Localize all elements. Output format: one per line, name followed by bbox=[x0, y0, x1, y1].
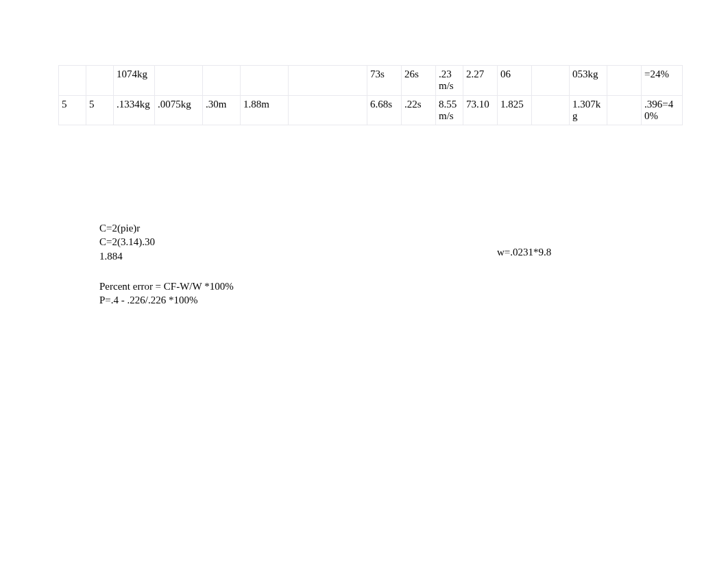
table-cell: 73s bbox=[367, 66, 402, 96]
calc-line: 1.884 bbox=[99, 249, 234, 263]
table-cell: 06 bbox=[498, 66, 532, 96]
calc-line: Percent error = CF-W/W *100% bbox=[99, 279, 234, 293]
table-cell: .0075kg bbox=[155, 95, 203, 125]
table-cell bbox=[59, 66, 86, 96]
calc-line: P=.4 - .226/.226 *100% bbox=[99, 293, 234, 307]
notes-block: C=2(pie)r C=2(3.14).30 1.884 Percent err… bbox=[99, 221, 234, 307]
calc-line: C=2(3.14).30 bbox=[99, 235, 234, 249]
table-cell bbox=[532, 66, 570, 96]
table-cell: 1.825 bbox=[498, 95, 532, 125]
table-row: 1074kg73s26s.23m/s2.2706053kg=24% bbox=[59, 66, 683, 96]
table-cell: .396=40% bbox=[642, 95, 683, 125]
table-cell: 5 bbox=[86, 95, 114, 125]
table-cell: 1074kg bbox=[114, 66, 155, 96]
table-cell: 1.307kg bbox=[570, 95, 607, 125]
calc-line: w=.0231*9.8 bbox=[497, 245, 551, 259]
table-cell bbox=[241, 66, 289, 96]
table-cell bbox=[607, 66, 642, 96]
table-cell: 26s bbox=[402, 66, 436, 96]
table-cell bbox=[86, 66, 114, 96]
table-cell: .30m bbox=[203, 95, 241, 125]
notes-right: w=.0231*9.8 bbox=[497, 235, 551, 269]
table-cell bbox=[155, 66, 203, 96]
table-cell: 1.88m bbox=[241, 95, 289, 125]
table-cell bbox=[203, 66, 241, 96]
table-cell: .1334kg bbox=[114, 95, 155, 125]
calc-line: C=2(pie)r bbox=[99, 221, 234, 235]
table-cell: .22s bbox=[402, 95, 436, 125]
table-cell bbox=[532, 95, 570, 125]
table-cell: 8.55m/s bbox=[436, 95, 463, 125]
document-page: 1074kg73s26s.23m/s2.2706053kg=24%55.1334… bbox=[0, 0, 728, 563]
data-table: 1074kg73s26s.23m/s2.2706053kg=24%55.1334… bbox=[58, 65, 683, 125]
table-row: 55.1334kg.0075kg.30m1.88m6.68s.22s8.55m/… bbox=[59, 95, 683, 125]
table-cell: 5 bbox=[59, 95, 86, 125]
table-cell bbox=[289, 95, 367, 125]
table-cell: 6.68s bbox=[367, 95, 402, 125]
table-cell: .23m/s bbox=[436, 66, 463, 96]
table-cell: =24% bbox=[642, 66, 683, 96]
table-cell: 053kg bbox=[570, 66, 607, 96]
table-cell: 2.27 bbox=[463, 66, 498, 96]
table-cell: 73.10 bbox=[463, 95, 498, 125]
table-cell bbox=[607, 95, 642, 125]
table-cell bbox=[289, 66, 367, 96]
